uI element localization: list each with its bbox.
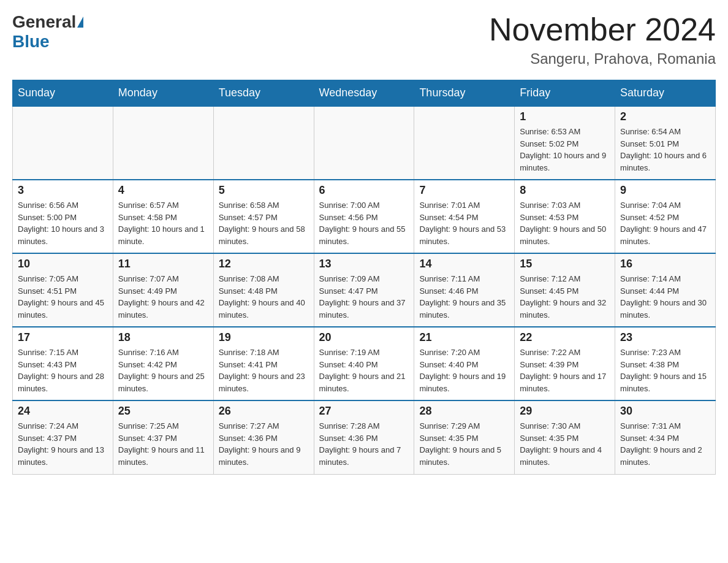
day-info: Sunrise: 7:04 AMSunset: 4:52 PMDaylight:… <box>620 199 710 247</box>
calendar-cell: 18Sunrise: 7:16 AMSunset: 4:42 PMDayligh… <box>113 327 213 400</box>
day-number: 10 <box>18 258 108 270</box>
calendar-cell: 9Sunrise: 7:04 AMSunset: 4:52 PMDaylight… <box>615 180 716 253</box>
day-number: 25 <box>118 405 208 418</box>
calendar-cell: 10Sunrise: 7:05 AMSunset: 4:51 PMDayligh… <box>13 253 113 327</box>
calendar-cell: 15Sunrise: 7:12 AMSunset: 4:45 PMDayligh… <box>515 253 615 327</box>
day-info: Sunrise: 7:01 AMSunset: 4:54 PMDaylight:… <box>419 199 509 247</box>
logo: General Blue <box>12 12 85 52</box>
day-number: 13 <box>319 258 409 270</box>
calendar-cell: 22Sunrise: 7:22 AMSunset: 4:39 PMDayligh… <box>515 327 615 400</box>
day-number: 20 <box>319 331 409 344</box>
day-info: Sunrise: 7:16 AMSunset: 4:42 PMDaylight:… <box>118 347 208 394</box>
day-info: Sunrise: 7:09 AMSunset: 4:47 PMDaylight:… <box>319 273 409 321</box>
calendar-cell <box>13 106 113 180</box>
day-info: Sunrise: 7:14 AMSunset: 4:44 PMDaylight:… <box>620 273 710 321</box>
calendar-cell: 8Sunrise: 7:03 AMSunset: 4:53 PMDaylight… <box>515 180 615 253</box>
calendar-cell: 4Sunrise: 6:57 AMSunset: 4:58 PMDaylight… <box>113 180 213 253</box>
day-number: 27 <box>319 405 409 418</box>
day-info: Sunrise: 7:00 AMSunset: 4:56 PMDaylight:… <box>319 199 409 247</box>
day-info: Sunrise: 7:24 AMSunset: 4:37 PMDaylight:… <box>18 420 108 468</box>
day-info: Sunrise: 6:53 AMSunset: 5:02 PMDaylight:… <box>520 126 610 174</box>
day-number: 1 <box>520 110 610 123</box>
day-number: 22 <box>520 331 610 344</box>
day-info: Sunrise: 7:05 AMSunset: 4:51 PMDaylight:… <box>18 273 108 321</box>
day-number: 5 <box>219 184 309 197</box>
calendar-header-tuesday: Tuesday <box>213 80 314 107</box>
logo-triangle-icon <box>77 17 83 28</box>
day-info: Sunrise: 7:30 AMSunset: 4:35 PMDaylight:… <box>520 420 610 468</box>
day-number: 14 <box>419 258 509 270</box>
day-number: 17 <box>18 331 108 344</box>
calendar-cell: 3Sunrise: 6:56 AMSunset: 5:00 PMDaylight… <box>13 180 113 253</box>
calendar-cell <box>314 106 414 180</box>
calendar-cell: 6Sunrise: 7:00 AMSunset: 4:56 PMDaylight… <box>314 180 414 253</box>
day-info: Sunrise: 7:22 AMSunset: 4:39 PMDaylight:… <box>520 347 610 394</box>
calendar-week-row: 10Sunrise: 7:05 AMSunset: 4:51 PMDayligh… <box>13 253 716 327</box>
day-number: 15 <box>520 258 610 270</box>
day-info: Sunrise: 7:08 AMSunset: 4:48 PMDaylight:… <box>219 273 309 321</box>
calendar-week-row: 3Sunrise: 6:56 AMSunset: 5:00 PMDaylight… <box>13 180 716 253</box>
calendar-header-wednesday: Wednesday <box>314 80 414 107</box>
day-number: 8 <box>520 184 610 197</box>
calendar-cell: 14Sunrise: 7:11 AMSunset: 4:46 PMDayligh… <box>414 253 515 327</box>
day-number: 16 <box>620 258 710 270</box>
day-info: Sunrise: 7:31 AMSunset: 4:34 PMDaylight:… <box>620 420 710 468</box>
day-info: Sunrise: 7:28 AMSunset: 4:36 PMDaylight:… <box>319 420 409 468</box>
calendar-cell: 7Sunrise: 7:01 AMSunset: 4:54 PMDaylight… <box>414 180 515 253</box>
day-number: 7 <box>419 184 509 197</box>
day-info: Sunrise: 6:57 AMSunset: 4:58 PMDaylight:… <box>118 199 208 247</box>
calendar-cell: 30Sunrise: 7:31 AMSunset: 4:34 PMDayligh… <box>615 400 716 474</box>
calendar-week-row: 1Sunrise: 6:53 AMSunset: 5:02 PMDaylight… <box>13 106 716 180</box>
calendar-header-row: SundayMondayTuesdayWednesdayThursdayFrid… <box>13 80 716 107</box>
day-number: 29 <box>520 405 610 418</box>
calendar-cell: 12Sunrise: 7:08 AMSunset: 4:48 PMDayligh… <box>213 253 314 327</box>
day-info: Sunrise: 7:20 AMSunset: 4:40 PMDaylight:… <box>419 347 509 394</box>
logo-general-text: General <box>12 12 76 32</box>
calendar-table: SundayMondayTuesdayWednesdayThursdayFrid… <box>12 80 716 475</box>
location-subtitle: Sangeru, Prahova, Romania <box>489 50 716 67</box>
calendar-cell: 25Sunrise: 7:25 AMSunset: 4:37 PMDayligh… <box>113 400 213 474</box>
calendar-header-monday: Monday <box>113 80 213 107</box>
calendar-body: 1Sunrise: 6:53 AMSunset: 5:02 PMDaylight… <box>13 106 716 474</box>
month-title: November 2024 <box>489 12 716 47</box>
day-number: 3 <box>18 184 108 197</box>
calendar-cell: 2Sunrise: 6:54 AMSunset: 5:01 PMDaylight… <box>615 106 716 180</box>
day-number: 9 <box>620 184 710 197</box>
day-number: 11 <box>118 258 208 270</box>
day-info: Sunrise: 6:54 AMSunset: 5:01 PMDaylight:… <box>620 126 710 174</box>
page-header: General Blue November 2024 Sangeru, Prah… <box>12 12 716 67</box>
day-number: 30 <box>620 405 710 418</box>
day-info: Sunrise: 7:27 AMSunset: 4:36 PMDaylight:… <box>219 420 309 468</box>
day-info: Sunrise: 6:56 AMSunset: 5:00 PMDaylight:… <box>18 199 108 247</box>
day-number: 26 <box>219 405 309 418</box>
day-info: Sunrise: 7:03 AMSunset: 4:53 PMDaylight:… <box>520 199 610 247</box>
calendar-cell: 1Sunrise: 6:53 AMSunset: 5:02 PMDaylight… <box>515 106 615 180</box>
calendar-cell: 21Sunrise: 7:20 AMSunset: 4:40 PMDayligh… <box>414 327 515 400</box>
calendar-header-sunday: Sunday <box>13 80 113 107</box>
day-number: 6 <box>319 184 409 197</box>
calendar-cell: 16Sunrise: 7:14 AMSunset: 4:44 PMDayligh… <box>615 253 716 327</box>
calendar-header-saturday: Saturday <box>615 80 716 107</box>
day-info: Sunrise: 7:23 AMSunset: 4:38 PMDaylight:… <box>620 347 710 394</box>
day-info: Sunrise: 7:12 AMSunset: 4:45 PMDaylight:… <box>520 273 610 321</box>
calendar-cell: 28Sunrise: 7:29 AMSunset: 4:35 PMDayligh… <box>414 400 515 474</box>
calendar-cell: 27Sunrise: 7:28 AMSunset: 4:36 PMDayligh… <box>314 400 414 474</box>
day-info: Sunrise: 7:25 AMSunset: 4:37 PMDaylight:… <box>118 420 208 468</box>
day-number: 24 <box>18 405 108 418</box>
calendar-cell: 17Sunrise: 7:15 AMSunset: 4:43 PMDayligh… <box>13 327 113 400</box>
day-number: 4 <box>118 184 208 197</box>
day-info: Sunrise: 7:11 AMSunset: 4:46 PMDaylight:… <box>419 273 509 321</box>
day-info: Sunrise: 7:15 AMSunset: 4:43 PMDaylight:… <box>18 347 108 394</box>
calendar-cell: 26Sunrise: 7:27 AMSunset: 4:36 PMDayligh… <box>213 400 314 474</box>
day-info: Sunrise: 7:18 AMSunset: 4:41 PMDaylight:… <box>219 347 309 394</box>
day-number: 18 <box>118 331 208 344</box>
day-info: Sunrise: 7:29 AMSunset: 4:35 PMDaylight:… <box>419 420 509 468</box>
calendar-header-friday: Friday <box>515 80 615 107</box>
day-number: 28 <box>419 405 509 418</box>
day-number: 2 <box>620 110 710 123</box>
calendar-cell: 20Sunrise: 7:19 AMSunset: 4:40 PMDayligh… <box>314 327 414 400</box>
day-info: Sunrise: 7:19 AMSunset: 4:40 PMDaylight:… <box>319 347 409 394</box>
calendar-cell: 29Sunrise: 7:30 AMSunset: 4:35 PMDayligh… <box>515 400 615 474</box>
logo-blue-text: Blue <box>12 32 50 51</box>
calendar-cell: 13Sunrise: 7:09 AMSunset: 4:47 PMDayligh… <box>314 253 414 327</box>
